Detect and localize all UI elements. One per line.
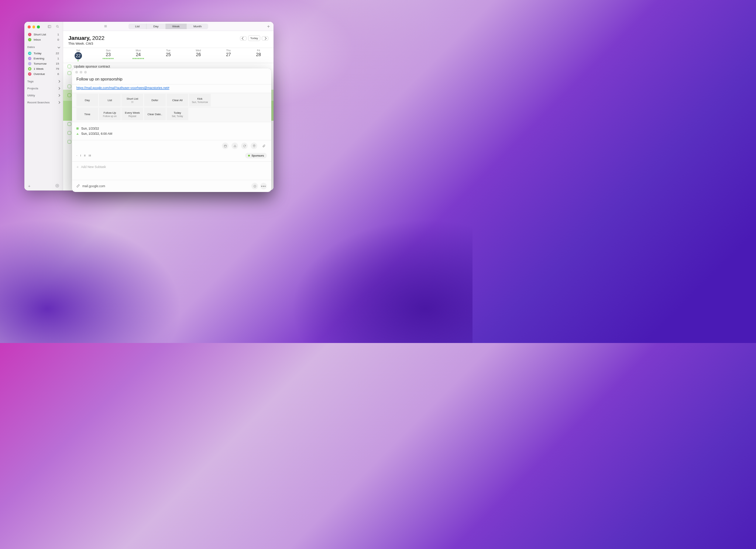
task-checkbox[interactable] (68, 93, 71, 97)
chevron-right-icon (58, 101, 60, 104)
subtask-placeholder: Add New Subtask (81, 165, 106, 169)
priority-low[interactable]: ! (80, 154, 81, 157)
task-checkbox[interactable] (68, 140, 71, 144)
sidebar-section-recent[interactable]: Recent Searches (24, 98, 63, 105)
add-list-button[interactable]: + (28, 184, 30, 188)
more-icon-button[interactable]: ••• (260, 183, 267, 189)
alert-icon-button[interactable] (231, 143, 238, 149)
sidebar-item-overdue[interactable]: ⟳ Overdue 6 (27, 71, 61, 76)
detail-link[interactable]: https://mail.google.com/mail?authuser=vo… (76, 86, 169, 90)
priority-med[interactable]: !! (84, 154, 85, 157)
window-controls (24, 22, 63, 31)
priority-none[interactable]: · (76, 154, 77, 157)
day-dots (153, 58, 183, 59)
search-icon[interactable] (56, 25, 59, 29)
close-window-button[interactable] (28, 25, 31, 28)
minimize-detail-button[interactable] (80, 71, 82, 73)
sidebar-item-inbox[interactable]: − Inbox 0 (27, 37, 61, 42)
sidebar-section-label: Dates (27, 45, 35, 49)
focus-icon-button[interactable] (251, 183, 258, 189)
menu-icon[interactable] (104, 23, 107, 30)
close-detail-button[interactable] (75, 71, 78, 73)
segment-month[interactable]: Month (187, 24, 208, 29)
day-dots (244, 58, 274, 59)
sidebar-section-projects[interactable]: Projects (24, 84, 63, 91)
detail-alarm[interactable]: Sun, 1/23/22, 6:00 AM (76, 131, 267, 136)
zoom-detail-button[interactable] (84, 71, 87, 73)
top-toolbar: List Day Week Month + (63, 22, 274, 31)
next-week-button[interactable] (262, 36, 268, 41)
day-column[interactable]: Thu27 (213, 49, 243, 61)
quick-action-list[interactable]: List (99, 94, 121, 106)
detail-due-date[interactable]: Sun, 1/23/22 (76, 126, 267, 131)
detail-notes[interactable]: https://mail.google.com/mail?authuser=vo… (72, 84, 271, 93)
date-icon-button[interactable] (222, 143, 228, 149)
task-checkbox[interactable] (68, 131, 71, 135)
quick-action-follow-up[interactable]: Follow-UpFollow up on (99, 108, 121, 120)
sidebar-section-utility[interactable]: Utility (24, 91, 63, 98)
calendar-year: 2022 (92, 35, 104, 41)
day-column[interactable]: Fri28 (244, 49, 274, 61)
minimize-window-button[interactable] (32, 25, 35, 28)
sidebar-label: Overdue (34, 72, 45, 76)
segment-week[interactable]: Week (166, 24, 187, 29)
alarm-text: Sun, 1/23/22, 6:00 AM (81, 132, 112, 135)
action-label: Defer (151, 99, 158, 102)
day-column[interactable]: Wed26 (183, 49, 213, 61)
alarm-icon (76, 133, 79, 135)
sidebar-item-week[interactable]: ▦ 1 Week 79 (27, 66, 61, 71)
tag-color-dot (248, 155, 250, 157)
sidebar-item-evening[interactable]: ✓ Evening 1 (27, 56, 61, 61)
add-task-button[interactable]: + (267, 24, 270, 29)
attachment-icon-button[interactable] (260, 143, 267, 149)
day-number: 23 (93, 52, 123, 57)
quick-action-today[interactable]: TodaySat, Today (166, 108, 188, 120)
day-column[interactable]: Sat22 (63, 49, 93, 61)
sidebar-label: Evening (34, 57, 44, 60)
task-checkbox[interactable] (68, 65, 71, 68)
quick-action-clear-date-[interactable]: Clear Date.. (144, 108, 166, 120)
day-name: Sat (63, 49, 93, 52)
day-column[interactable]: Tue25 (153, 49, 183, 61)
day-number: 27 (213, 52, 243, 57)
quick-action-short-list[interactable]: Short List!!! (121, 94, 143, 106)
quick-action-clear-all[interactable]: Clear All (166, 94, 188, 106)
location-icon-button[interactable] (251, 143, 257, 149)
today-button[interactable]: Today (248, 35, 260, 41)
quick-action-defer[interactable]: Defer (144, 94, 166, 106)
evening-icon: ✓ (28, 57, 31, 60)
action-label: Day (85, 99, 90, 102)
task-checkbox[interactable] (68, 71, 71, 75)
priority-high[interactable]: !!! (89, 154, 91, 157)
quick-action-time[interactable]: Time (76, 108, 98, 120)
sidebar-section-tags[interactable]: Tags (24, 77, 63, 84)
sidebar-item-shortlist[interactable]: ! Short List 1 (27, 32, 61, 37)
day-name: Thu (213, 49, 243, 52)
quick-action-day[interactable]: Day (76, 94, 98, 106)
settings-icon[interactable] (55, 184, 59, 188)
add-subtask-row[interactable]: + Add New Subtask (72, 162, 271, 172)
sidebar: ! Short List 1 − Inbox 0 Dates ★ Today 2… (24, 22, 63, 191)
priority-selector[interactable]: · ! !! !!! (76, 154, 91, 157)
plus-icon: + (76, 165, 79, 169)
quick-action-kick[interactable]: KickSun, Tomorrow (189, 94, 211, 106)
task-checkbox[interactable] (68, 85, 71, 88)
action-label: Kick (197, 97, 202, 100)
sidebar-item-tomorrow[interactable]: → Tomorrow 15 (27, 61, 61, 66)
sidebar-toggle-icon[interactable] (48, 25, 51, 29)
footer-domain[interactable]: mail.google.com (82, 184, 105, 188)
day-column[interactable]: Mon24 (123, 49, 153, 61)
day-column[interactable]: Sun23 (93, 49, 123, 61)
quick-action-every-week[interactable]: Every WeekRepeat (121, 108, 143, 120)
prev-week-button[interactable] (240, 36, 247, 41)
segment-list[interactable]: List (128, 24, 147, 29)
inbox-icon: − (28, 38, 31, 41)
segment-day[interactable]: Day (147, 24, 165, 29)
detail-title[interactable]: Follow up on sponsorship (72, 76, 271, 84)
tag-pill[interactable]: Sponsors (245, 153, 267, 158)
repeat-icon-button[interactable] (241, 143, 248, 149)
zoom-window-button[interactable] (37, 25, 40, 28)
sidebar-item-today[interactable]: ★ Today 22 (27, 51, 61, 56)
task-checkbox[interactable] (68, 122, 71, 126)
sidebar-section-dates[interactable]: Dates (24, 43, 63, 50)
